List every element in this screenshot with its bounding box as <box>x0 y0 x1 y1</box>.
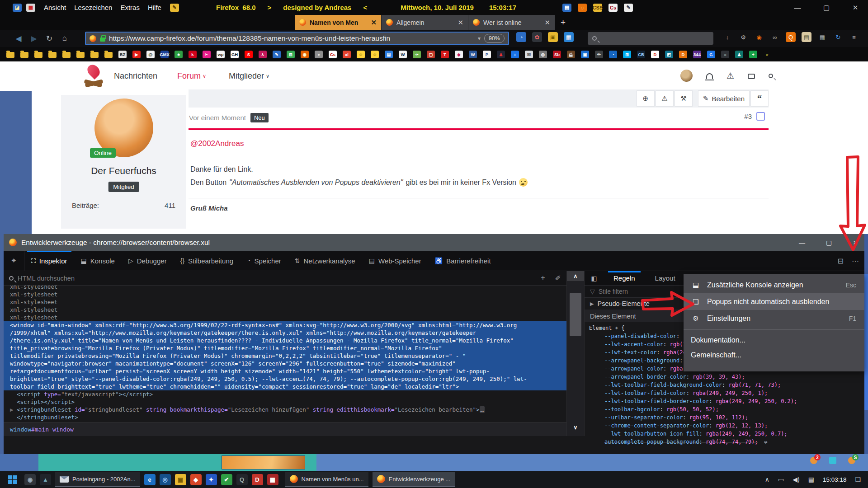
css-property[interactable]: --lwt-toolbar-field-border-color: rgba(2… <box>589 397 864 405</box>
titlebar-icon[interactable]: Cs <box>609 4 618 12</box>
css-property[interactable]: --arrowpanel-border-color: rgb(39, 39, 4… <box>589 373 864 381</box>
moderate-button[interactable]: ⚒ <box>675 90 693 107</box>
markup-line[interactable]: xml-stylesheet <box>4 306 566 314</box>
tray-icon[interactable]: ◀) <box>793 476 799 483</box>
bookmark-icon[interactable]: ◉ <box>301 51 309 58</box>
extension-icon[interactable]: ∞ <box>770 32 780 42</box>
taskbar-app-icon[interactable]: ◎ <box>160 474 171 485</box>
extension-icon[interactable]: ▦ <box>817 32 827 42</box>
bookmark-folder-icon[interactable] <box>90 52 99 58</box>
bookmark-icon[interactable]: ✎ <box>273 51 281 58</box>
html-search-field[interactable]: HTML durchsuchen + ✐ <box>4 271 566 286</box>
bookmark-icon[interactable]: λ <box>259 51 267 58</box>
markup-line-selected[interactable]: windowtype="navigator:browser" macanimat… <box>4 360 566 367</box>
nav-mitglieder[interactable]: Mitglieder∨ <box>229 71 269 81</box>
bookmark-icon[interactable]: ◆ <box>455 51 463 58</box>
bookmark-icon[interactable]: k <box>189 51 197 58</box>
author-name[interactable]: Der Feuerfuchs <box>61 165 186 176</box>
taskbar-app-icon[interactable]: ▦ <box>267 474 278 485</box>
markup-line[interactable]: <script type="text/javascript"></script> <box>4 390 566 398</box>
css-property[interactable]: --lwt-toolbar-field-color: rgba(249, 249… <box>589 389 864 397</box>
bookmark-icon[interactable]: @ <box>146 51 155 58</box>
taskbar-window-mail[interactable]: Posteingang - 2002An... <box>55 472 140 487</box>
tab-close-icon[interactable]: ✕ <box>544 19 550 27</box>
mention-link[interactable]: @2002Andreas <box>190 139 244 148</box>
sidebar-tab-layout[interactable]: Layout <box>645 271 685 285</box>
bookmark-icon[interactable]: GMX <box>160 51 169 58</box>
bookmark-icon[interactable]: ▢ <box>427 51 435 58</box>
css-property[interactable]: --chrome-content-separator-color: rgb(12… <box>589 422 864 430</box>
devtools-tab-stilbearbeitung[interactable]: {}Stilbearbeitung <box>174 251 240 271</box>
devtools-tab-web-speicher[interactable]: ▤Web-Speicher <box>362 251 428 271</box>
report-button[interactable]: ⚠ <box>656 90 674 107</box>
menu-hilfe[interactable]: Hilfe <box>148 4 161 11</box>
bookmark-icon[interactable]: ☕ <box>567 51 575 58</box>
edit-button[interactable]: ✎Bearbeiten <box>698 90 750 107</box>
taskbar-app-icon[interactable]: ▣ <box>175 474 186 485</box>
taskbar-window-devtools[interactable]: Entwicklerwerkzeuge ... <box>373 472 455 487</box>
markup-line[interactable]: xml-stylesheet <box>4 314 566 321</box>
bookmark-folder-icon[interactable] <box>76 52 85 58</box>
bookmark-icon[interactable]: i <box>511 51 519 58</box>
toolbar-icon[interactable]: ▣ <box>548 32 558 42</box>
notes-icon[interactable]: ✎ <box>170 4 179 12</box>
extension-icon[interactable]: ◉ <box>754 32 764 42</box>
search-bar[interactable] <box>588 32 713 45</box>
tray-chevron-icon[interactable]: ∧ <box>765 476 769 483</box>
markup-line[interactable]: xml-stylesheet <box>4 298 566 306</box>
bookmark-icon[interactable]: wp <box>217 51 225 58</box>
devtools-tab-konsole[interactable]: ⬓Konsole <box>74 251 122 271</box>
extension-icon[interactable]: Q <box>786 32 796 42</box>
markup-view[interactable]: xml-stylesheetxml-stylesheetxml-styleshe… <box>4 286 566 422</box>
markup-line-selected[interactable]: /there.is.only.xul" title="Namen von Men… <box>4 337 566 344</box>
bookmark-icon[interactable]: ⊞ <box>287 51 295 58</box>
bookmark-folder-icon[interactable] <box>6 52 14 58</box>
expander-icon[interactable]: ▶ <box>590 301 594 307</box>
bookmark-icon[interactable]: G <box>707 51 715 58</box>
user-avatar[interactable] <box>680 70 693 82</box>
devtools-minimize-button[interactable]: — <box>799 239 805 246</box>
bookmark-icon[interactable]: » <box>763 51 771 58</box>
extension-icon[interactable]: ↓ <box>722 32 732 42</box>
scroll-down-icon[interactable]: ∨ <box>567 422 584 432</box>
scroll-up-icon[interactable]: ∧ <box>567 271 584 281</box>
css-property[interactable]: --urlbar-separator-color: rgb(95, 102, 1… <box>589 413 864 422</box>
highlighter-target-icon[interactable]: ⌖ <box>615 324 618 332</box>
alerts-warning-icon[interactable]: ⚠ <box>726 70 734 81</box>
bookmark-icon[interactable]: W <box>399 51 407 58</box>
browser-tab[interactable]: Namen von Men✕ <box>295 15 382 30</box>
bookmark-icon[interactable]: ♟ <box>735 51 743 58</box>
new-tab-button[interactable]: + <box>555 15 571 30</box>
bookmark-icon[interactable]: ◍ <box>539 51 547 58</box>
menu-ansicht[interactable]: Ansicht <box>44 4 66 11</box>
bookmark-folder-icon[interactable] <box>104 52 113 58</box>
post-select-checkbox[interactable] <box>756 112 765 121</box>
markup-line[interactable]: xml-stylesheet <box>4 291 566 298</box>
reload-button[interactable]: ↻ <box>42 34 57 43</box>
markup-scrollbar[interactable]: ∧ ∨ <box>566 271 585 436</box>
action-center-icon[interactable]: ❏ <box>855 476 861 483</box>
url-bar[interactable]: https://www.camp-firefox.de/forum/thema/… <box>85 32 509 45</box>
taskbar-app-icon[interactable]: ◆ <box>190 474 202 485</box>
menu-extras[interactable]: Extras <box>120 4 140 11</box>
menu-item[interactable]: Gemeinschaft... <box>684 347 864 362</box>
bookmark-icon[interactable]: T <box>441 51 449 58</box>
css-property[interactable]: autocomplete-popup-background: rgb(74, 7… <box>589 438 864 446</box>
tray-notification-icon[interactable]: 2 <box>810 457 817 464</box>
eyedropper-icon[interactable]: ✐ <box>555 274 561 282</box>
bookmark-icon[interactable]: ☺ <box>371 51 379 58</box>
tray-icon[interactable]: ▭ <box>778 476 784 483</box>
bookmark-icon[interactable]: ✑ <box>413 51 421 58</box>
quote-button[interactable]: “ <box>750 90 769 107</box>
titlebar-icon[interactable]: ✎ <box>624 4 633 12</box>
bookmark-icon[interactable]: 344 <box>693 51 701 58</box>
bookmark-icon[interactable]: BZ <box>118 51 127 58</box>
css-property[interactable]: --lwt-toolbarbutton-icon-fill: rgba(249,… <box>589 430 864 438</box>
menu-item[interactable]: ❏Popups nicht automatisch ausblenden <box>684 293 864 310</box>
bookmark-icon[interactable]: + <box>749 51 757 58</box>
bookmark-folder-icon[interactable] <box>34 52 42 58</box>
markup-line[interactable]: ▶ <stringbundleset id="stringbundleset" … <box>4 406 566 413</box>
tab-close-icon[interactable]: ✕ <box>371 19 377 27</box>
home-button[interactable]: ⌂ <box>57 34 72 43</box>
menu-item[interactable]: Dokumentation... <box>684 333 864 347</box>
